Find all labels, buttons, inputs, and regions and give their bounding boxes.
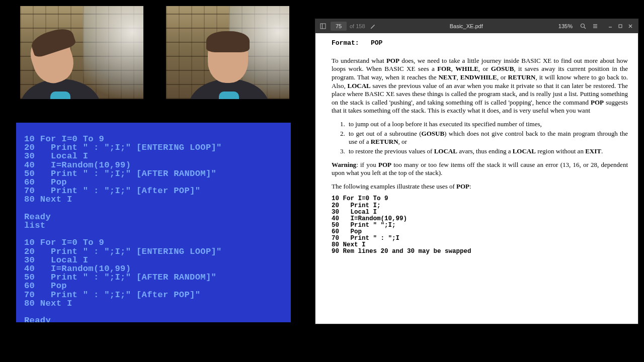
svg-line-3 xyxy=(584,27,586,29)
code-listing-2: 10 For I=0 To 9 20 Print " : ";I;" [ENTE… xyxy=(24,238,222,308)
menu-icon[interactable] xyxy=(591,22,600,31)
search-icon[interactable] xyxy=(579,22,588,31)
warning-paragraph: Warning: if you POP too many or too few … xyxy=(332,161,628,177)
format-line: Format: POP xyxy=(332,39,628,48)
svg-point-2 xyxy=(581,24,585,28)
list-item: to restore the previous values of LOCAL … xyxy=(347,147,628,156)
svg-rect-8 xyxy=(619,25,622,28)
list-item: to get out of a subroutine (GOSUB) which… xyxy=(347,130,628,146)
webcam-feed-2 xyxy=(166,6,289,99)
close-button[interactable] xyxy=(626,22,635,31)
emulator-screen[interactable]: 10 For I=0 To 9 20 Print " : ";I;" [ENTE… xyxy=(16,123,291,322)
page-total-label: of 158 xyxy=(350,23,365,29)
ready-prompt-2: Ready xyxy=(24,316,51,322)
zoom-level[interactable]: 135% xyxy=(555,23,576,29)
maximize-button[interactable] xyxy=(616,22,625,31)
example-code-block: 10 For I=0 To 9 20 Print I; 30 Local I 4… xyxy=(332,196,628,255)
page-number-input[interactable] xyxy=(331,22,347,31)
paragraph-intro: To understand what POP does, we need to … xyxy=(332,57,628,115)
webcam-feed-1 xyxy=(20,6,143,99)
examples-intro: The following examples illustrate these … xyxy=(332,183,628,191)
annotate-icon[interactable] xyxy=(368,22,377,31)
list-item: to jump out of a loop before it has exec… xyxy=(347,120,628,129)
pdf-filename: Basic_XE.pdf xyxy=(450,23,483,29)
ready-prompt-1: Ready xyxy=(24,212,51,222)
pdf-toolbar: of 158 Basic_XE.pdf 135% xyxy=(315,19,638,33)
pdf-page-content[interactable]: Format: POP To understand what POP does,… xyxy=(315,33,638,324)
pdf-viewer-window: of 158 Basic_XE.pdf 135% Format: POP To … xyxy=(315,19,638,324)
code-listing-1: 10 For I=0 To 9 20 Print " : ";I;" [ENTE… xyxy=(24,134,222,204)
minimize-button[interactable] xyxy=(606,22,615,31)
uses-list: to jump out of a loop before it has exec… xyxy=(347,120,628,156)
svg-rect-0 xyxy=(320,24,326,29)
sidebar-toggle-icon[interactable] xyxy=(318,22,328,31)
list-command: list xyxy=(24,221,45,230)
